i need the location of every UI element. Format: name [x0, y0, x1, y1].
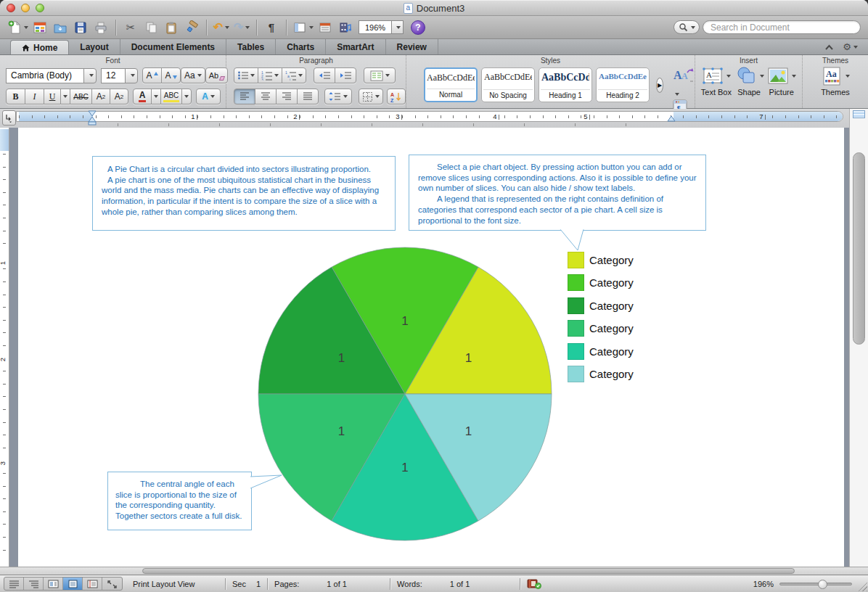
split-view-handle[interactable]	[853, 110, 865, 118]
font-name-dropdown[interactable]	[83, 68, 97, 83]
legend-item[interactable]: Category	[568, 343, 634, 360]
shrink-font-button[interactable]: A	[161, 67, 181, 83]
clear-formatting-button[interactable]: Ab	[205, 67, 228, 83]
style-chip-heading-2[interactable]: AaBbCcDdEeHeading 2	[596, 67, 650, 102]
line-spacing-button[interactable]	[324, 89, 352, 104]
callout-select-pie-object[interactable]: Select a pie chart object. By pressing a…	[409, 155, 706, 231]
align-left-button[interactable]	[234, 89, 255, 104]
horizontal-scrollbar[interactable]	[0, 567, 868, 575]
gallery-pane-button[interactable]	[316, 18, 334, 37]
zoom-combo[interactable]: 196%	[359, 20, 404, 34]
sort-button[interactable]: AZ	[387, 89, 406, 104]
italic-button[interactable]: I	[25, 89, 44, 104]
align-center-button[interactable]	[255, 89, 277, 104]
superscript-button[interactable]: A2	[91, 89, 110, 104]
redo-button[interactable]: ↷	[233, 18, 250, 37]
document-proxy-icon[interactable]: a	[404, 3, 413, 14]
legend-item[interactable]: Category	[568, 366, 634, 382]
publishing-layout-view-button[interactable]	[44, 577, 63, 590]
strikethrough-button[interactable]: ABC	[70, 89, 92, 104]
legend-item[interactable]: Category	[568, 274, 634, 291]
horizontal-ruler[interactable]: 123457	[16, 111, 843, 122]
tab-stop-selector[interactable]	[2, 110, 16, 126]
tab-document-elements[interactable]: Document Elements	[120, 39, 226, 54]
align-right-button[interactable]	[276, 89, 298, 104]
undo-button[interactable]: ↶	[213, 18, 230, 37]
legend-item[interactable]: Category	[568, 297, 634, 314]
increase-indent-button[interactable]	[335, 67, 356, 83]
themes-button[interactable]: Aa Themes	[821, 66, 850, 96]
numbering-button[interactable]: 123	[258, 67, 282, 83]
first-line-indent-marker[interactable]	[88, 110, 97, 126]
decrease-indent-button[interactable]	[314, 67, 335, 83]
insert-picture-button[interactable]: Picture	[766, 66, 796, 96]
zoom-slider-knob[interactable]	[818, 580, 827, 589]
search-input[interactable]	[703, 20, 861, 34]
horizontal-scrollbar-thumb[interactable]	[142, 568, 795, 574]
zoom-dropdown[interactable]	[391, 20, 404, 34]
elements-gallery-button[interactable]	[31, 18, 49, 37]
print-button[interactable]	[92, 18, 110, 37]
notebook-layout-view-button[interactable]	[83, 577, 102, 590]
legend-item[interactable]: Category	[568, 252, 634, 268]
search-scope-button[interactable]	[673, 20, 700, 34]
media-browser-button[interactable]	[337, 18, 354, 37]
help-button[interactable]: ?	[411, 20, 425, 35]
open-button[interactable]	[52, 18, 69, 37]
draft-view-button[interactable]	[4, 577, 24, 590]
copy-button[interactable]	[142, 18, 160, 37]
view-mode-label[interactable]: Print Layout View	[133, 580, 218, 588]
ribbon-settings-button[interactable]: ⚙	[843, 42, 858, 52]
font-color-button[interactable]: A	[133, 89, 152, 104]
change-styles-button[interactable]: AA	[673, 67, 695, 99]
vertical-scrollbar[interactable]	[849, 109, 868, 567]
tab-tables[interactable]: Tables	[226, 39, 276, 54]
zoom-slider[interactable]	[779, 583, 852, 585]
underline-button[interactable]: U	[44, 89, 61, 104]
outline-view-button[interactable]	[24, 577, 44, 590]
change-case-button[interactable]: Aa	[181, 67, 205, 83]
focus-view-button[interactable]	[102, 577, 122, 590]
font-size-combo[interactable]: 12	[101, 68, 138, 83]
highlight-dropdown[interactable]	[181, 89, 192, 104]
format-painter-button[interactable]	[183, 18, 200, 37]
redo-dropdown[interactable]	[245, 26, 250, 29]
legend-item[interactable]: Category	[568, 320, 634, 337]
sidebar-toggle-dropdown[interactable]	[309, 26, 314, 29]
pie-chart[interactable]: 111111	[253, 242, 557, 546]
font-name-combo[interactable]: Cambria (Body)	[6, 68, 97, 83]
vertical-scrollbar-thumb[interactable]	[853, 152, 865, 345]
tab-review[interactable]: Review	[386, 39, 438, 54]
tab-home[interactable]: Home	[10, 40, 69, 54]
multilevel-list-button[interactable]: 1ai	[282, 67, 306, 83]
style-chip-heading-1[interactable]: AaBbCcDdEeHeading 1	[539, 67, 592, 102]
new-document-button[interactable]	[7, 18, 28, 37]
insert-shape-button[interactable]: Shape	[734, 66, 764, 96]
text-effects-button[interactable]: A	[196, 89, 221, 104]
style-chip-normal[interactable]: AaBbCcDdEeNormal	[424, 67, 478, 102]
paste-button[interactable]	[163, 18, 180, 37]
subscript-button[interactable]: A2	[110, 89, 128, 104]
bullets-button[interactable]	[234, 67, 258, 83]
bold-button[interactable]: B	[6, 89, 25, 104]
highlight-button[interactable]: ABC	[160, 89, 182, 104]
section-indicator[interactable]: Sec1	[232, 580, 261, 588]
font-name-value[interactable]: Cambria (Body)	[6, 68, 84, 83]
grow-font-button[interactable]: A	[142, 67, 162, 83]
sidebar-toggle-button[interactable]	[292, 18, 314, 37]
insert-text-box-button[interactable]: A Text Box	[701, 66, 732, 96]
vertical-ruler[interactable]: 123	[0, 128, 9, 567]
spelling-status-button[interactable]	[527, 578, 542, 589]
callout-central-angle[interactable]: The central angle of each slice is propo…	[107, 472, 252, 530]
zoom-value[interactable]: 196%	[359, 20, 392, 34]
status-zoom-value[interactable]: 196%	[753, 580, 774, 588]
save-button[interactable]	[72, 18, 89, 37]
show-paragraph-marks-button[interactable]: ¶	[263, 18, 280, 37]
borders-button[interactable]	[359, 89, 383, 104]
callout-pie-chart-definition[interactable]: A Pie Chart is a circular chart divided …	[92, 156, 396, 231]
pages-indicator[interactable]: Pages:1 of 1	[274, 580, 383, 588]
tab-layout[interactable]: Layout	[69, 39, 120, 54]
more-styles-button[interactable]: ▶	[656, 78, 663, 93]
font-size-dropdown[interactable]	[125, 68, 138, 83]
cut-button[interactable]: ✂	[122, 18, 139, 37]
